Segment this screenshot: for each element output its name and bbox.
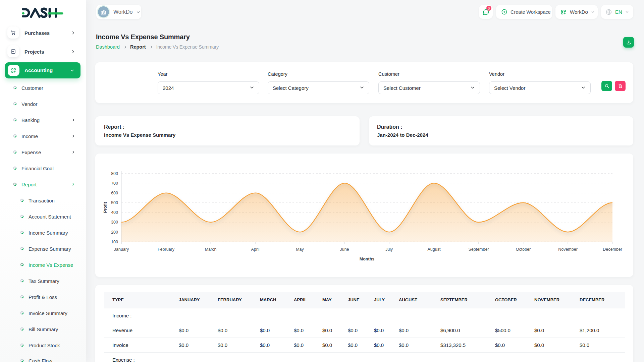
- svg-text:800: 800: [111, 171, 118, 176]
- svg-text:200: 200: [111, 230, 118, 235]
- svg-text:May: May: [296, 247, 304, 252]
- svg-text:February: February: [158, 247, 175, 252]
- svg-text:November: November: [558, 247, 578, 252]
- svg-text:500: 500: [111, 200, 118, 205]
- svg-text:Profit: Profit: [103, 202, 108, 213]
- svg-text:300: 300: [111, 220, 118, 225]
- svg-text:April: April: [251, 247, 259, 252]
- svg-text:March: March: [205, 247, 217, 252]
- svg-text:July: July: [385, 247, 393, 252]
- svg-text:June: June: [340, 247, 349, 252]
- svg-text:600: 600: [111, 191, 118, 195]
- svg-text:100: 100: [111, 240, 118, 244]
- svg-text:August: August: [428, 247, 441, 252]
- svg-text:January: January: [114, 247, 129, 252]
- svg-text:December: December: [603, 247, 622, 252]
- svg-text:September: September: [468, 247, 489, 252]
- svg-text:400: 400: [111, 210, 118, 215]
- svg-text:700: 700: [111, 181, 118, 186]
- svg-text:Months: Months: [360, 257, 374, 261]
- svg-text:October: October: [516, 247, 531, 252]
